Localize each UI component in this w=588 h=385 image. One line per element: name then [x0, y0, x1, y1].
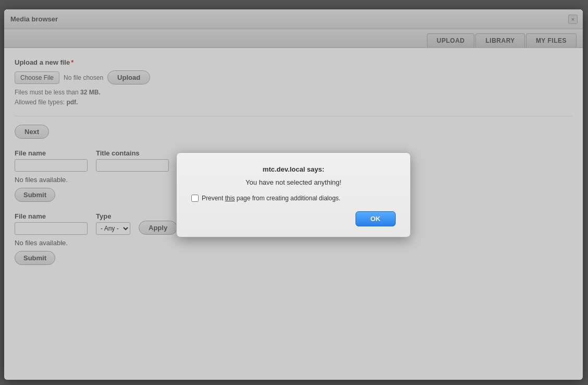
media-browser-window: Media browser × UPLOAD LIBRARY MY FILES … — [4, 9, 583, 380]
alert-title: mtc.dev.local says: — [191, 165, 396, 173]
alert-buttons: OK — [191, 211, 396, 226]
prevent-dialogs-checkbox[interactable] — [191, 195, 199, 202]
alert-message: You have not selected anything! — [191, 178, 396, 186]
alert-checkbox-label-link: this — [225, 195, 235, 202]
alert-dialog: mtc.dev.local says: You have not selecte… — [176, 152, 411, 237]
alert-overlay: mtc.dev.local says: You have not selecte… — [4, 9, 583, 380]
ok-button[interactable]: OK — [356, 211, 396, 226]
alert-checkbox-row: Prevent this page from creating addition… — [191, 195, 396, 202]
alert-checkbox-label: Prevent this page from creating addition… — [202, 195, 340, 202]
